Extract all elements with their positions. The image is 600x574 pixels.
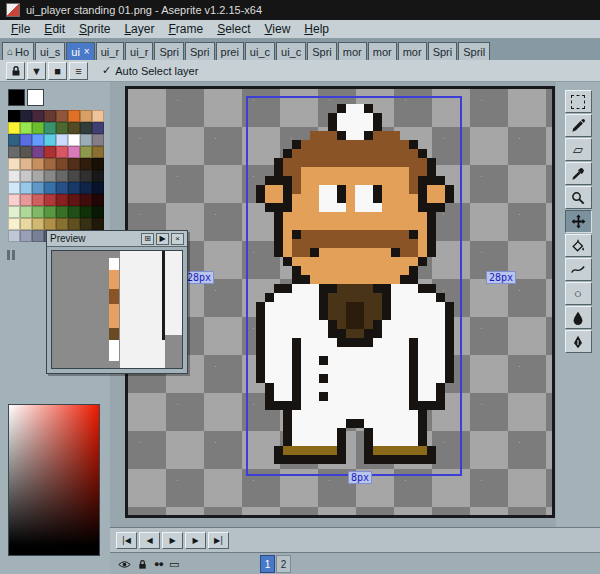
menu-frame[interactable]: Frame	[161, 22, 210, 36]
palette-swatch-44[interactable]	[56, 170, 68, 182]
palette-swatch-54[interactable]	[80, 182, 92, 194]
palette-swatch-59[interactable]	[44, 194, 56, 206]
palette-swatch-2[interactable]	[32, 110, 44, 122]
palette-swatch-65[interactable]	[20, 206, 32, 218]
palette-swatch-12[interactable]	[56, 122, 68, 134]
tab-Spri[interactable]: Spri	[428, 42, 458, 60]
palette-swatch-11[interactable]	[44, 122, 56, 134]
palette-swatch-19[interactable]	[44, 134, 56, 146]
rectangular-marquee-tool[interactable]	[565, 90, 592, 113]
palette-swatch-31[interactable]	[92, 146, 104, 158]
title-bar[interactable]: ui_player standing 01.png - Aseprite v1.…	[0, 0, 600, 20]
playback-next-frame-button[interactable]: ▶	[185, 532, 206, 549]
palette-swatch-72[interactable]	[8, 218, 20, 230]
palette-presets-button[interactable]: ■	[48, 62, 67, 80]
menu-select[interactable]: Select	[210, 22, 257, 36]
palette-swatch-28[interactable]	[56, 146, 68, 158]
palette-swatch-64[interactable]	[8, 206, 20, 218]
background-color-swatch[interactable]	[27, 89, 44, 106]
pencil-tool[interactable]	[565, 114, 592, 137]
palette-swatch-79[interactable]	[92, 218, 104, 230]
palette-swatch-81[interactable]	[20, 230, 32, 242]
tab-ui_c[interactable]: ui_c	[245, 42, 275, 60]
tab-mor[interactable]: mor	[398, 42, 427, 60]
palette-swatch-10[interactable]	[32, 122, 44, 134]
palette-swatch-43[interactable]	[44, 170, 56, 182]
menu-view[interactable]: View	[258, 22, 298, 36]
menu-layer[interactable]: Layer	[117, 22, 161, 36]
ellipse-tool[interactable]: ○	[565, 282, 592, 305]
preview-close-button[interactable]: ×	[171, 233, 184, 245]
palette-swatch-78[interactable]	[80, 218, 92, 230]
menu-sprite[interactable]: Sprite	[72, 22, 117, 36]
palette-swatch-55[interactable]	[92, 182, 104, 194]
tab-mor[interactable]: mor	[338, 42, 367, 60]
palette-swatch-53[interactable]	[68, 182, 80, 194]
palette-swatch-49[interactable]	[20, 182, 32, 194]
palette-swatch-71[interactable]	[92, 206, 104, 218]
palette-swatch-68[interactable]	[56, 206, 68, 218]
palette-swatch-80[interactable]	[8, 230, 20, 242]
palette-swatch-57[interactable]	[20, 194, 32, 206]
palette-swatch-15[interactable]	[92, 122, 104, 134]
palette-swatch-63[interactable]	[92, 194, 104, 206]
panel-splitter-handle[interactable]	[7, 250, 15, 260]
palette-swatch-9[interactable]	[20, 122, 32, 134]
palette-swatch-4[interactable]	[56, 110, 68, 122]
palette-swatch-82[interactable]	[32, 230, 44, 242]
palette-swatch-34[interactable]	[32, 158, 44, 170]
palette-swatch-48[interactable]	[8, 182, 20, 194]
palette-swatch-42[interactable]	[32, 170, 44, 182]
palette-swatch-17[interactable]	[20, 134, 32, 146]
palette-swatch-41[interactable]	[20, 170, 32, 182]
layer-lock-icon[interactable]	[137, 559, 148, 570]
palette-swatch-26[interactable]	[32, 146, 44, 158]
palette-swatch-60[interactable]	[56, 194, 68, 206]
palette-swatch-25[interactable]	[20, 146, 32, 158]
palette-swatch-61[interactable]	[68, 194, 80, 206]
palette-swatch-36[interactable]	[56, 158, 68, 170]
palette-swatch-7[interactable]	[92, 110, 104, 122]
palette-sort-button[interactable]: ▼	[27, 62, 46, 80]
tab-ui[interactable]: ui×	[66, 42, 94, 60]
zoom-tool[interactable]	[565, 186, 592, 209]
tab-mor[interactable]: mor	[368, 42, 397, 60]
onion-skin-icon[interactable]: ●●	[154, 559, 163, 569]
palette-swatch-21[interactable]	[68, 134, 80, 146]
paint-bucket-tool[interactable]	[565, 234, 592, 257]
palette-swatch-24[interactable]	[8, 146, 20, 158]
preview-title-bar[interactable]: Preview ⊞ ▶ ×	[47, 231, 187, 247]
palette-swatch-30[interactable]	[80, 146, 92, 158]
layer-options-icon[interactable]: ▭	[169, 558, 179, 571]
palette-swatch-1[interactable]	[20, 110, 32, 122]
tab-ui_r[interactable]: ui_r	[96, 42, 124, 60]
palette-swatch-33[interactable]	[20, 158, 32, 170]
tab-Spri[interactable]: Spri	[154, 42, 184, 60]
palette-options-button[interactable]: ≡	[69, 62, 88, 80]
tab-prei[interactable]: prei	[216, 42, 244, 60]
palette-swatch-40[interactable]	[8, 170, 20, 182]
palette-swatch-66[interactable]	[32, 206, 44, 218]
palette-swatch-76[interactable]	[56, 218, 68, 230]
tab-Spri[interactable]: Spri	[307, 42, 337, 60]
palette-swatch-13[interactable]	[68, 122, 80, 134]
palette-swatch-62[interactable]	[80, 194, 92, 206]
palette-swatch-50[interactable]	[32, 182, 44, 194]
palette-swatch-75[interactable]	[44, 218, 56, 230]
palette-swatch-69[interactable]	[68, 206, 80, 218]
eraser-tool[interactable]: ▱	[565, 138, 592, 161]
palette-swatch-3[interactable]	[44, 110, 56, 122]
palette-swatch-77[interactable]	[68, 218, 80, 230]
palette-swatch-58[interactable]	[32, 194, 44, 206]
palette-swatch-39[interactable]	[92, 158, 104, 170]
palette-swatch-52[interactable]	[56, 182, 68, 194]
palette-swatch-67[interactable]	[44, 206, 56, 218]
palette-swatch-6[interactable]	[80, 110, 92, 122]
palette-swatch-46[interactable]	[80, 170, 92, 182]
tab-Spril[interactable]: Spril	[458, 42, 490, 60]
tab-ui_c[interactable]: ui_c	[276, 42, 306, 60]
palette-swatch-14[interactable]	[80, 122, 92, 134]
tab-ui_s[interactable]: ui_s	[35, 42, 65, 60]
palette-swatch-18[interactable]	[32, 134, 44, 146]
preview-window[interactable]: Preview ⊞ ▶ ×	[46, 230, 188, 374]
